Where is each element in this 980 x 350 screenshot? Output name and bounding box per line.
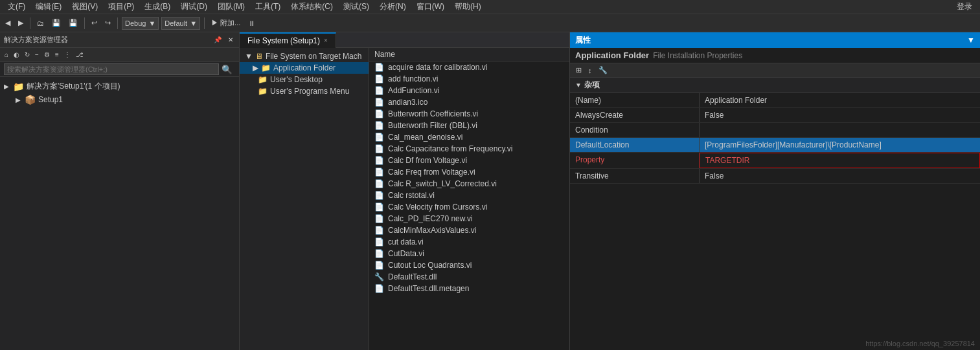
- menu-build[interactable]: 生成(B): [139, 0, 176, 14]
- list-item[interactable]: 📄 CalcMinMaxAxisValues.vi: [369, 224, 569, 236]
- users-desktop-icon: 📁: [258, 75, 268, 84]
- solution-search-input[interactable]: [4, 63, 219, 75]
- undo-btn[interactable]: ↩: [89, 17, 100, 28]
- properties-header-title: 属性: [575, 35, 591, 46]
- panel-toolbar: ⌂ ◐ ↻ − ⚙ ≡ ⋮ ⎇: [0, 48, 239, 62]
- solution-search-button[interactable]: 🔍: [219, 64, 235, 75]
- solution-extra-icon[interactable]: ⋮: [62, 50, 73, 59]
- close-panel-icon[interactable]: ✕: [226, 36, 235, 44]
- users-programs-menu-icon: 📁: [258, 87, 268, 96]
- props-row-property[interactable]: Property TARGETDIR: [570, 153, 980, 169]
- menu-architecture[interactable]: 体系结构(C): [286, 0, 338, 14]
- props-key-always-create: AlwaysCreate: [570, 108, 700, 122]
- list-item[interactable]: 🔧 DefaultTest.dll: [369, 271, 569, 283]
- solution-nav-icon[interactable]: ◐: [12, 50, 21, 59]
- menu-team[interactable]: 团队(M): [212, 0, 250, 14]
- users-programs-menu-item[interactable]: 📁 User's Programs Menu: [240, 85, 369, 97]
- properties-header: 属性 ▼: [570, 32, 980, 48]
- debug-dropdown[interactable]: Debug ▼: [122, 17, 159, 30]
- props-row-default-location[interactable]: DefaultLocation [ProgramFilesFolder][Man…: [570, 138, 980, 153]
- users-desktop-item[interactable]: 📁 User's Desktop: [240, 74, 369, 85]
- props-row-condition[interactable]: Condition: [570, 123, 980, 138]
- file-list: Name 📄 acquire data for calibration.vi 📄…: [369, 48, 569, 350]
- menu-analyze[interactable]: 分析(N): [374, 0, 411, 14]
- list-item[interactable]: 📄 Butterworth Filter (DBL).vi: [369, 120, 569, 131]
- menu-view[interactable]: 视图(V): [67, 0, 103, 14]
- save-btn[interactable]: 💾: [49, 17, 63, 28]
- debug-dropdown-arrow: ▼: [148, 19, 155, 27]
- list-item[interactable]: 📄 Calc R_switch_LV_Corrected.vi: [369, 178, 569, 190]
- solution-filter-icon[interactable]: ≡: [53, 50, 61, 59]
- file-name-17: CutData.vi: [388, 249, 424, 258]
- menu-project[interactable]: 项目(P): [103, 0, 139, 14]
- props-row-transitive[interactable]: Transitive False: [570, 169, 980, 184]
- menu-window[interactable]: 窗口(W): [411, 0, 450, 14]
- new-project-btn[interactable]: 🗂: [34, 18, 47, 28]
- pause-btn[interactable]: ⏸: [245, 18, 258, 28]
- props-sort-btn[interactable]: ↕: [586, 66, 594, 75]
- login-text[interactable]: 登录: [952, 0, 977, 14]
- redo-btn[interactable]: ↪: [102, 17, 113, 28]
- back-button[interactable]: ◀: [3, 17, 13, 28]
- properties-table: (Name) Application Folder AlwaysCreate F…: [570, 93, 980, 184]
- list-item[interactable]: 📄 Cutout Loc Quadrants.vi: [369, 259, 569, 271]
- file-tree-root[interactable]: ▼ 🖥 File System on Target Mach: [240, 50, 369, 62]
- attach-btn[interactable]: ▶ 附加...: [209, 17, 243, 29]
- file-icon-3: 📄: [374, 86, 384, 95]
- props-row-always-create[interactable]: AlwaysCreate False: [570, 108, 980, 123]
- props-row-name[interactable]: (Name) Application Folder: [570, 93, 980, 108]
- list-item[interactable]: 📄 Calc_PD_IEC270 new.vi: [369, 213, 569, 224]
- list-item[interactable]: 📄 AddFunction.vi: [369, 85, 569, 96]
- menu-edit[interactable]: 编辑(E): [30, 0, 67, 14]
- list-item[interactable]: 📄 Cal_mean_denoise.vi: [369, 131, 569, 143]
- search-bar: 🔍: [0, 62, 239, 77]
- properties-dropdown-icon[interactable]: ▼: [967, 36, 975, 45]
- list-item[interactable]: 📄 DefaultTest.dll.metagen: [369, 283, 569, 294]
- list-item[interactable]: 📄 acquire data for calibration.vi: [369, 61, 569, 73]
- solution-home-icon[interactable]: ⌂: [3, 50, 10, 59]
- properties-toolbar: ⊞ ↕ 🔧: [570, 63, 980, 78]
- list-item[interactable]: 📄 Calc Capacitance from Frequency.vi: [369, 143, 569, 155]
- pin-icon[interactable]: 📌: [212, 36, 223, 44]
- application-folder-item[interactable]: ▶ 📁 Application Folder: [240, 62, 369, 74]
- forward-button[interactable]: ▶: [16, 17, 26, 28]
- list-item[interactable]: 📄 cut data.vi: [369, 236, 569, 248]
- props-settings-btn[interactable]: 🔧: [597, 65, 610, 75]
- solution-tree: ▶ 📁 解决方案'Setup1'(1 个项目) ▶ 📦 Setup1: [0, 77, 239, 350]
- list-item[interactable]: 📄 andian3.ico: [369, 96, 569, 108]
- file-system-tab-close[interactable]: ×: [324, 37, 328, 44]
- file-name-3: AddFunction.vi: [388, 86, 439, 95]
- file-name-2: add function.vi: [388, 74, 438, 83]
- list-item[interactable]: 📄 Calc Freq from Voltage.vi: [369, 166, 569, 178]
- file-tree-root-arrow: ▼: [245, 52, 253, 61]
- list-item[interactable]: 📄 Calc Velocity from Cursors.vi: [369, 201, 569, 213]
- menu-tools[interactable]: 工具(T): [250, 0, 286, 14]
- debug-label: Debug: [125, 19, 146, 27]
- solution-root-item[interactable]: ▶ 📁 解决方案'Setup1'(1 个项目): [0, 80, 239, 93]
- solution-collapse-icon[interactable]: −: [33, 50, 41, 59]
- users-desktop-label: User's Desktop: [270, 75, 323, 84]
- solution-git-icon[interactable]: ⎇: [74, 50, 85, 59]
- file-icon-16: 📄: [374, 237, 384, 246]
- config-dropdown[interactable]: Default ▼: [161, 17, 200, 30]
- list-item[interactable]: 📄 Calc rstotal.vi: [369, 190, 569, 201]
- menu-debug[interactable]: 调试(D): [176, 0, 212, 14]
- properties-section-header[interactable]: ▼ 杂项: [570, 78, 980, 93]
- list-item[interactable]: 📄 CutData.vi: [369, 248, 569, 259]
- solution-props-icon[interactable]: ⚙: [42, 50, 52, 59]
- file-name-1: acquire data for calibration.vi: [388, 63, 487, 72]
- panel-header-icons: 📌 ✕: [212, 36, 235, 44]
- menu-file[interactable]: 文(F): [3, 0, 30, 14]
- list-item[interactable]: 📄 add function.vi: [369, 73, 569, 85]
- save-all-btn[interactable]: 💾: [66, 17, 80, 28]
- folder-icon: 🖥: [255, 52, 263, 61]
- list-item[interactable]: 📄 Calc Df from Voltage.vi: [369, 155, 569, 166]
- solution-refresh-icon[interactable]: ↻: [23, 50, 32, 59]
- setup-item[interactable]: ▶ 📦 Setup1: [0, 93, 239, 106]
- props-grid-view-btn[interactable]: ⊞: [574, 65, 584, 75]
- menu-help[interactable]: 帮助(H): [450, 0, 486, 14]
- file-icon-19: 🔧: [374, 272, 384, 281]
- file-system-tab[interactable]: File System (Setup1) ×: [240, 32, 336, 48]
- menu-test[interactable]: 测试(S): [338, 0, 374, 14]
- list-item[interactable]: 📄 Butterworth Coefficients.vi: [369, 108, 569, 120]
